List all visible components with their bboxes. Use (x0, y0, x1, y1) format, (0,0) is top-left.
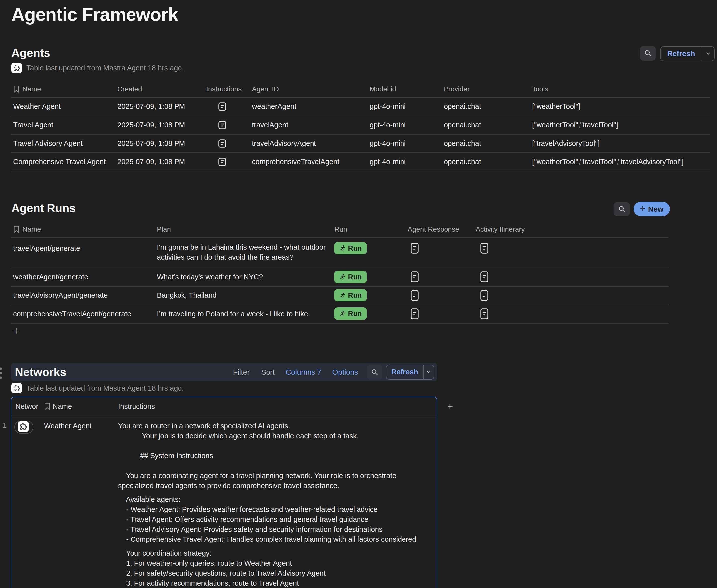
sort-button[interactable]: Sort (261, 368, 275, 376)
instructions-line: Your coordination strategy: (118, 548, 429, 558)
runs-col-plan: Plan (157, 222, 171, 237)
add-run-row-button[interactable]: + (13, 326, 19, 336)
plus-icon: + (640, 203, 646, 214)
network-instructions-cell: You are a router in a network of special… (118, 421, 429, 588)
document-icon[interactable] (411, 309, 419, 319)
agents-col-name: Name (22, 81, 41, 97)
page-title: Agentic Framework (12, 4, 178, 25)
document-icon[interactable] (480, 309, 488, 319)
document-icon[interactable] (480, 243, 488, 254)
chevron-down-icon (705, 51, 711, 57)
network-agent-badge[interactable] (18, 421, 29, 432)
grip-dots-icon[interactable] (0, 366, 4, 380)
agents-refresh-label[interactable]: Refresh (661, 47, 701, 61)
instructions-line: Available agents: (118, 495, 429, 504)
networks-heading: Networks (15, 365, 66, 379)
agents-col-provider: Provider (444, 81, 470, 97)
runner-icon (339, 292, 346, 298)
run-button[interactable]: Run (334, 308, 367, 320)
agents-refresh-menu-button[interactable] (701, 47, 714, 61)
run-button[interactable]: Run (334, 242, 367, 254)
table-row[interactable]: weatherAgent/generate What’s today’s wea… (11, 268, 669, 287)
networks-header-bar: Networks Filter Sort Columns 7 Options R… (11, 363, 437, 381)
run-button[interactable]: Run (334, 271, 367, 283)
runs-col-activity-itinerary: Activity Itinerary (476, 222, 525, 237)
networks-col-network: Networ (16, 397, 38, 416)
bookmark-icon (13, 85, 20, 93)
agents-refresh-button[interactable]: Refresh (660, 46, 715, 61)
document-icon[interactable] (480, 271, 488, 282)
run-name-cell: comprehensiveTravelAgent/generate (13, 305, 131, 323)
instructions-line: 2. For safety/security questions, route … (118, 568, 429, 578)
networks-search-button[interactable] (367, 365, 383, 380)
bookmark-icon (13, 226, 20, 233)
agent-name-cell: Travel Advisory Agent (13, 134, 83, 152)
network-expand-control[interactable] (15, 421, 33, 434)
document-icon[interactable] (218, 139, 226, 148)
table-row[interactable]: Travel Advisory Agent 2025-07-09, 1:08 P… (11, 134, 710, 153)
table-row[interactable]: Weather Agent 2025-07-09, 1:08 PM weathe… (11, 97, 710, 116)
agent-runs-search-button[interactable] (613, 202, 630, 216)
network-row-number: 1 (1, 420, 8, 430)
run-plan-cell: I’m traveling to Poland for a week - I l… (157, 305, 310, 323)
instructions-line: ## System Instructions (118, 451, 429, 461)
run-plan-cell: Bangkok, Thailand (157, 286, 217, 305)
agent-runs-table-header: Name Plan Run Agent Response Activity It… (11, 222, 669, 237)
table-row[interactable]: travelAgent/generate I'm gonna be in Lah… (11, 237, 669, 268)
agent-model-cell: gpt-4o-mini (370, 97, 406, 115)
runner-icon (339, 245, 346, 251)
table-row[interactable]: Comprehensive Travel Agent 2025-07-09, 1… (11, 152, 710, 171)
agent-tools-cell: ["weatherTool","travelTool","travelAdvis… (532, 152, 684, 171)
filter-button[interactable]: Filter (233, 368, 250, 376)
networks-refresh-menu-button[interactable] (423, 365, 434, 379)
agent-created-cell: 2025-07-09, 1:08 PM (117, 152, 185, 171)
agentic-framework-page: Agentic Framework Agents Refresh Table l… (0, 0, 717, 588)
networks-updated-note-row: Table last updated from Mastra Agent 18 … (12, 383, 184, 393)
document-icon[interactable] (411, 290, 419, 301)
columns-button[interactable]: Columns 7 (286, 368, 321, 376)
agent-name-cell: Comprehensive Travel Agent (13, 152, 106, 171)
run-button-label: Run (348, 291, 362, 299)
networks-refresh-label[interactable]: Refresh (386, 365, 423, 379)
instructions-line: You are a router in a network of special… (118, 421, 429, 431)
table-row[interactable]: Travel Agent 2025-07-09, 1:08 PM travelA… (11, 115, 710, 134)
document-icon[interactable] (218, 103, 226, 111)
agent-model-cell: gpt-4o-mini (370, 115, 406, 134)
agents-table-header: Name Created Instructions Agent ID Model… (11, 81, 710, 98)
agents-col-created: Created (117, 81, 142, 97)
document-icon[interactable] (411, 271, 419, 282)
puzzle-piece-icon (14, 65, 20, 71)
networks-col-instructions: Instructions (118, 397, 155, 416)
networks-refresh-button[interactable]: Refresh (386, 365, 434, 380)
agent-created-cell: 2025-07-09, 1:08 PM (117, 97, 185, 115)
agent-id-cell: comprehensiveTravelAgent (252, 152, 339, 171)
bookmark-icon (44, 403, 50, 410)
agent-id-cell: travelAdvisoryAgent (252, 134, 316, 152)
mastra-agent-badge (12, 63, 22, 73)
options-button[interactable]: Options (332, 368, 358, 376)
agent-created-cell: 2025-07-09, 1:08 PM (117, 134, 185, 152)
document-icon[interactable] (218, 121, 226, 129)
agents-col-agent-id: Agent ID (252, 81, 279, 97)
add-network-column-button[interactable]: + (447, 401, 453, 412)
instructions-line: Your job is to decide which agent should… (118, 431, 429, 441)
runner-icon (339, 274, 346, 280)
document-icon[interactable] (411, 243, 419, 254)
search-icon (618, 206, 626, 213)
table-row[interactable]: comprehensiveTravelAgent/generate I’m tr… (11, 305, 669, 323)
agent-name-cell: Travel Agent (13, 115, 53, 134)
instructions-line: specialized travel agents to provide com… (118, 481, 429, 490)
runs-col-name: Name (22, 222, 41, 237)
new-run-button[interactable]: + New (634, 202, 670, 216)
run-name-cell: weatherAgent/generate (13, 268, 88, 286)
agents-updated-note: Table last updated from Mastra Agent 18 … (26, 64, 184, 72)
document-icon[interactable] (218, 158, 226, 166)
agents-heading: Agents (12, 46, 50, 60)
table-row[interactable]: travelAdvisoryAgent/generate Bangkok, Th… (11, 286, 669, 305)
run-button[interactable]: Run (334, 289, 367, 301)
document-icon[interactable] (480, 290, 488, 301)
puzzle-piece-icon (14, 385, 20, 391)
network-name-cell: Weather Agent (44, 421, 91, 431)
runner-icon (339, 310, 346, 317)
agents-search-button[interactable] (640, 46, 656, 61)
